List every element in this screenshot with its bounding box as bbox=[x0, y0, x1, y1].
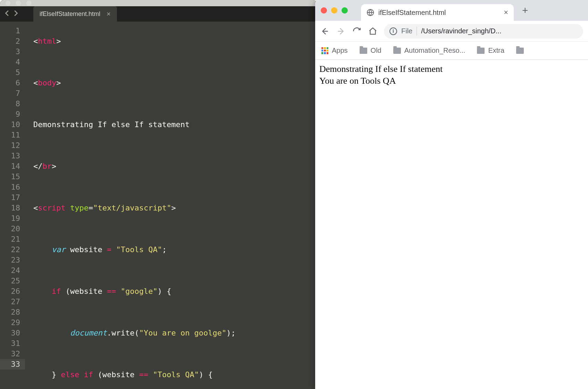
browser-tab[interactable]: ifElseIfStatement.html × bbox=[361, 4, 514, 21]
traffic-light-zoom[interactable] bbox=[26, 0, 32, 6]
bookmark-automation[interactable]: Automation_Reso... bbox=[393, 47, 465, 55]
globe-icon bbox=[367, 9, 374, 16]
traffic-light-minimize[interactable] bbox=[15, 0, 22, 6]
browser-navbar: i File /Users/ravinder_singh/D... bbox=[315, 21, 588, 42]
url-path: /Users/ravinder_singh/D... bbox=[421, 27, 578, 35]
line-gutter: 1234567891011121314151617181920212223242… bbox=[0, 22, 25, 389]
editor-titlebar bbox=[0, 0, 317, 6]
editor-tab[interactable]: ifElseIfStatement.html × bbox=[33, 6, 117, 22]
info-icon[interactable]: i bbox=[389, 27, 397, 35]
editor-tab-title: ifElseIfStatement.html bbox=[40, 10, 100, 18]
bookmark-old[interactable]: Old bbox=[360, 47, 381, 55]
traffic-light-close[interactable] bbox=[5, 0, 11, 6]
nav-forward-icon[interactable] bbox=[12, 9, 19, 18]
editor-window: ifElseIfStatement.html × 123456789101112… bbox=[0, 0, 317, 389]
browser-tabstrip: ifElseIfStatement.html × + bbox=[315, 0, 588, 21]
traffic-light-close[interactable] bbox=[321, 7, 327, 14]
editor-tabstrip: ifElseIfStatement.html × bbox=[0, 6, 317, 22]
reload-button[interactable] bbox=[352, 26, 362, 36]
separator bbox=[417, 27, 417, 36]
folder-icon bbox=[477, 48, 485, 54]
url-scheme: File bbox=[401, 27, 412, 35]
folder-icon bbox=[393, 48, 401, 54]
nav-back-icon[interactable] bbox=[3, 9, 11, 18]
bookmark-extra[interactable]: Extra bbox=[477, 47, 504, 55]
traffic-light-minimize[interactable] bbox=[331, 7, 337, 14]
page-line-2: You are on Tools QA bbox=[319, 75, 584, 87]
code-area[interactable]: 1234567891011121314151617181920212223242… bbox=[0, 22, 317, 389]
folder-icon bbox=[360, 48, 367, 54]
home-button[interactable] bbox=[368, 26, 378, 36]
traffic-light-zoom[interactable] bbox=[342, 7, 348, 14]
bookmarks-bar: Apps Old Automation_Reso... Extra bbox=[315, 42, 588, 60]
apps-icon bbox=[321, 47, 328, 54]
browser-window: ifElseIfStatement.html × + i File /U bbox=[315, 0, 588, 389]
folder-icon bbox=[516, 48, 524, 54]
forward-button[interactable] bbox=[336, 26, 346, 36]
page-line-1: Demonstrating If else If statement bbox=[319, 63, 584, 75]
new-tab-button[interactable]: + bbox=[519, 5, 532, 16]
address-bar[interactable]: i File /Users/ravinder_singh/D... bbox=[384, 24, 583, 39]
close-icon[interactable]: × bbox=[504, 8, 508, 17]
code-content: <html> <body> Demonstrating If else If s… bbox=[25, 22, 317, 389]
browser-tab-title: ifElseIfStatement.html bbox=[378, 9, 499, 17]
bookmark-overflow[interactable] bbox=[516, 48, 524, 54]
bookmark-apps[interactable]: Apps bbox=[321, 47, 348, 55]
page-content: Demonstrating If else If statement You a… bbox=[315, 60, 588, 389]
close-icon[interactable]: × bbox=[107, 10, 111, 18]
back-button[interactable] bbox=[320, 26, 330, 36]
